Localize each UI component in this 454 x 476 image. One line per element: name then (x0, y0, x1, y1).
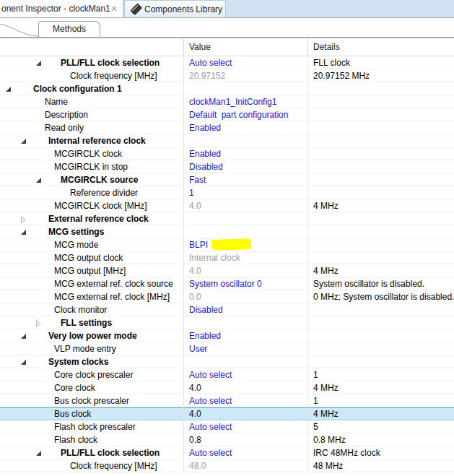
row-very-low-power-mode[interactable]: Very low power modeEnabled (0, 329, 454, 342)
property-value-cell[interactable]: Internal clock (184, 251, 308, 264)
row-clock-monitor[interactable]: Clock monitorDisabled (0, 303, 454, 316)
row-internal-reference-clock[interactable]: Internal reference clock (0, 134, 454, 147)
row-vlp-mode-entry[interactable]: VLP mode entryUser (0, 342, 454, 355)
row-mcg-output-clock[interactable]: MCG output clockInternal clock (0, 251, 454, 264)
property-value-cell[interactable]: System oscillator 0 (184, 277, 308, 290)
property-value[interactable]: BLPI (189, 240, 208, 250)
property-value[interactable]: Enabled (189, 123, 221, 133)
row-system-clocks[interactable]: System clocks (0, 355, 454, 368)
tree-collapsed-icon[interactable] (35, 320, 42, 326)
property-value-cell[interactable]: 20.97152 (184, 69, 308, 82)
property-value[interactable]: clockMan1_InitConfig1 (189, 97, 276, 107)
property-value[interactable]: User (189, 344, 207, 354)
row-mcgirclk-in-stop[interactable]: MCGIRCLK in stopDisabled (0, 160, 454, 173)
property-value[interactable]: Auto select (189, 58, 232, 68)
property-value[interactable]: Enabled (189, 149, 221, 159)
tree-expanded-icon[interactable] (35, 450, 42, 456)
row-reference-divider[interactable]: Reference divider1 (0, 186, 454, 199)
row-mcg-output-mhz[interactable]: MCG output [MHz]4.04 MHz (0, 264, 454, 277)
tree-expanded-icon[interactable] (20, 359, 27, 365)
property-value-cell[interactable]: Enabled (184, 147, 308, 160)
row-external-reference-clock[interactable]: External reference clock (0, 212, 454, 225)
row-mcgirclk-clock-mhz[interactable]: MCGIRCLK clock [MHz]4.04 MHz (0, 199, 454, 212)
property-value-cell[interactable]: BLPI (184, 238, 308, 251)
property-value[interactable]: Disabled (189, 305, 223, 315)
row-mcg-mode[interactable]: MCG modeBLPI (0, 238, 454, 251)
property-value-cell[interactable]: clockMan1_InitConfig1 (184, 95, 308, 108)
row-mcg-external-ref-clock-source[interactable]: MCG external ref. clock sourceSystem osc… (0, 277, 454, 290)
tree-collapsed-icon[interactable] (20, 216, 27, 222)
property-value-cell[interactable]: 4.0 (184, 407, 308, 420)
row-mcg-external-ref-clock-mhz[interactable]: MCG external ref. clock [MHz]0.00 MHz; S… (0, 290, 454, 303)
tab-close-icon[interactable]: ✕ (108, 3, 120, 14)
property-value[interactable]: 20.97152 (189, 71, 225, 81)
property-value[interactable]: 0.8 (189, 435, 201, 445)
property-value-cell[interactable]: Disabled (184, 303, 308, 316)
row-clock-frequency-mhz[interactable]: Clock frequency [MHz]20.9715220.97152 MH… (0, 69, 454, 82)
property-value[interactable]: Enabled (189, 331, 221, 341)
property-value-cell[interactable]: Disabled (184, 160, 308, 173)
tab-component-inspector[interactable]: onent Inspector - clockMan1 ✕ (0, 0, 123, 17)
property-value-cell[interactable]: Auto select (184, 56, 308, 69)
property-value[interactable]: 48.0 (189, 461, 206, 471)
property-value-cell[interactable]: Fast (184, 173, 308, 186)
property-value[interactable]: 4.0 (189, 409, 201, 419)
property-value-cell[interactable]: 48.0 (184, 459, 308, 472)
row-fll-settings[interactable]: FLL settings (0, 316, 454, 329)
property-value-cell[interactable]: 4.0 (184, 381, 308, 394)
row-description[interactable]: DescriptionDefault part configuration (0, 108, 454, 121)
property-value-cell[interactable]: Auto select (184, 446, 308, 459)
row-read-only[interactable]: Read onlyEnabled (0, 121, 454, 134)
property-value-cell[interactable]: 4.0 (184, 199, 308, 212)
tree-expanded-icon[interactable] (5, 86, 12, 92)
row-clock-configuration-1[interactable]: Clock configuration 1 (0, 82, 454, 95)
property-value[interactable]: Disabled (189, 162, 223, 172)
row-clock-frequency-mhz[interactable]: Clock frequency [MHz]48.048 MHz (0, 459, 454, 472)
property-value-cell[interactable]: 0.8 (184, 433, 308, 446)
property-value[interactable]: Auto select (189, 396, 232, 406)
row-mcgirclk-clock[interactable]: MCGIRCLK clockEnabled (0, 147, 454, 160)
property-value-cell[interactable] (184, 225, 308, 238)
property-value[interactable]: 4.0 (189, 201, 201, 211)
property-value-cell[interactable]: Enabled (184, 329, 308, 342)
row-bus-clock-prescaler[interactable]: Bus clock prescalerAuto select1 (0, 394, 454, 407)
property-value[interactable]: Auto select (189, 422, 232, 432)
property-value[interactable]: Fast (189, 175, 206, 185)
row-bus-clock[interactable]: Bus clock4.04 MHz (0, 407, 454, 420)
property-value-cell[interactable] (184, 134, 308, 147)
property-value-cell[interactable]: 1 (184, 186, 308, 199)
property-value-cell[interactable]: Auto select (184, 368, 308, 381)
row-pll-fll-clock-selection[interactable]: PLL/FLL clock selectionAuto selectFLL cl… (0, 56, 454, 69)
row-mcg-settings[interactable]: MCG settings (0, 225, 454, 238)
property-value-cell[interactable]: 4.0 (184, 264, 308, 277)
property-value[interactable]: System oscillator 0 (189, 279, 262, 289)
property-value-cell[interactable]: Auto select (184, 394, 308, 407)
row-flash-clock[interactable]: Flash clock0.80.8 MHz (0, 433, 454, 446)
tab-methods[interactable]: Methods (38, 21, 100, 37)
property-value-cell[interactable]: Default part configuration (184, 108, 308, 121)
row-core-clock[interactable]: Core clock4.04 MHz (0, 381, 454, 394)
property-value[interactable]: Auto select (189, 370, 232, 380)
row-core-clock-prescaler[interactable]: Core clock prescalerAuto select1 (0, 368, 454, 381)
property-value[interactable]: 1 (189, 188, 194, 198)
tree-expanded-icon[interactable] (35, 177, 42, 183)
property-value-cell[interactable]: 0.0 (184, 290, 308, 303)
property-value[interactable]: 4.0 (189, 383, 201, 393)
property-value-cell[interactable] (184, 316, 308, 329)
property-value[interactable]: 4.0 (189, 266, 201, 276)
tree-expanded-icon[interactable] (20, 138, 27, 144)
row-flash-clock-prescaler[interactable]: Flash clock prescalerAuto select5 (0, 420, 454, 433)
property-value[interactable]: Auto select (189, 448, 232, 458)
tab-components-library[interactable]: Components Library (124, 0, 226, 17)
tree-expanded-icon[interactable] (35, 60, 42, 66)
tree-expanded-icon[interactable] (20, 229, 27, 235)
property-value-cell[interactable] (184, 355, 308, 368)
tree-expanded-icon[interactable] (20, 333, 27, 339)
property-value-cell[interactable]: User (184, 342, 308, 355)
property-value[interactable]: Internal clock (189, 253, 240, 263)
row-pll-fll-clock-selection[interactable]: PLL/FLL clock selectionAuto selectIRC 48… (0, 446, 454, 459)
property-value-cell[interactable] (184, 82, 308, 95)
row-name[interactable]: NameclockMan1_InitConfig1 (0, 95, 454, 108)
row-mcgirclk-source[interactable]: MCGIRCLK sourceFast (0, 173, 454, 186)
property-value[interactable]: Default part configuration (189, 110, 288, 120)
